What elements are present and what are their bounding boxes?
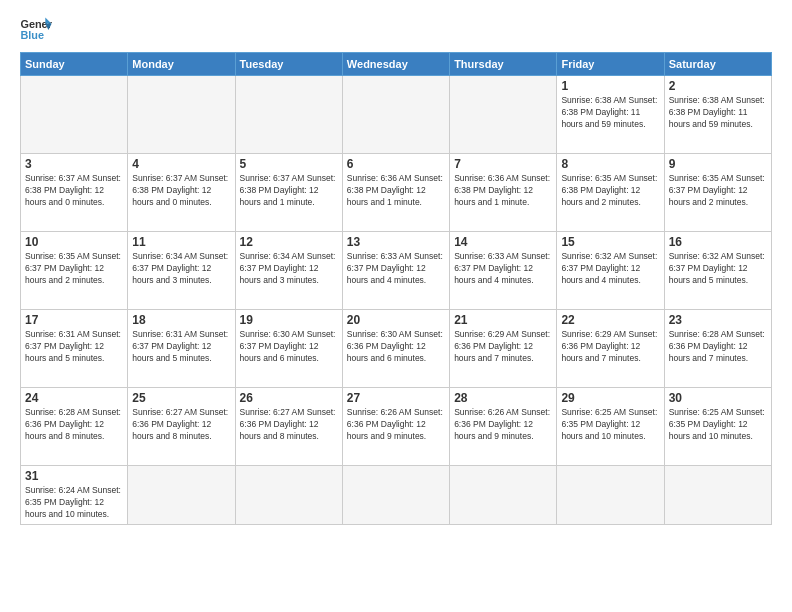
day-info: Sunrise: 6:38 AM Sunset: 6:38 PM Dayligh… — [561, 95, 659, 131]
day-number: 21 — [454, 313, 552, 327]
calendar-cell: 26Sunrise: 6:27 AM Sunset: 6:36 PM Dayli… — [235, 388, 342, 466]
day-info: Sunrise: 6:26 AM Sunset: 6:36 PM Dayligh… — [347, 407, 445, 443]
week-row-5: 31Sunrise: 6:24 AM Sunset: 6:35 PM Dayli… — [21, 466, 772, 525]
calendar-cell: 13Sunrise: 6:33 AM Sunset: 6:37 PM Dayli… — [342, 232, 449, 310]
calendar-cell — [450, 466, 557, 525]
calendar-cell: 21Sunrise: 6:29 AM Sunset: 6:36 PM Dayli… — [450, 310, 557, 388]
calendar-cell: 1Sunrise: 6:38 AM Sunset: 6:38 PM Daylig… — [557, 76, 664, 154]
day-number: 30 — [669, 391, 767, 405]
day-number: 9 — [669, 157, 767, 171]
day-number: 16 — [669, 235, 767, 249]
day-info: Sunrise: 6:37 AM Sunset: 6:38 PM Dayligh… — [132, 173, 230, 209]
calendar-cell — [342, 466, 449, 525]
day-info: Sunrise: 6:35 AM Sunset: 6:37 PM Dayligh… — [669, 173, 767, 209]
weekday-header-wednesday: Wednesday — [342, 53, 449, 76]
calendar-cell: 8Sunrise: 6:35 AM Sunset: 6:38 PM Daylig… — [557, 154, 664, 232]
day-info: Sunrise: 6:33 AM Sunset: 6:37 PM Dayligh… — [454, 251, 552, 287]
day-info: Sunrise: 6:29 AM Sunset: 6:36 PM Dayligh… — [561, 329, 659, 365]
day-number: 6 — [347, 157, 445, 171]
day-info: Sunrise: 6:25 AM Sunset: 6:35 PM Dayligh… — [561, 407, 659, 443]
day-number: 5 — [240, 157, 338, 171]
logo-icon: General Blue — [20, 16, 52, 44]
day-number: 17 — [25, 313, 123, 327]
day-info: Sunrise: 6:37 AM Sunset: 6:38 PM Dayligh… — [25, 173, 123, 209]
calendar-cell: 9Sunrise: 6:35 AM Sunset: 6:37 PM Daylig… — [664, 154, 771, 232]
calendar-cell — [235, 76, 342, 154]
calendar-cell — [342, 76, 449, 154]
day-number: 12 — [240, 235, 338, 249]
calendar-cell: 17Sunrise: 6:31 AM Sunset: 6:37 PM Dayli… — [21, 310, 128, 388]
week-row-3: 17Sunrise: 6:31 AM Sunset: 6:37 PM Dayli… — [21, 310, 772, 388]
calendar-cell: 19Sunrise: 6:30 AM Sunset: 6:37 PM Dayli… — [235, 310, 342, 388]
weekday-header-tuesday: Tuesday — [235, 53, 342, 76]
day-info: Sunrise: 6:38 AM Sunset: 6:38 PM Dayligh… — [669, 95, 767, 131]
day-number: 27 — [347, 391, 445, 405]
day-number: 20 — [347, 313, 445, 327]
day-number: 13 — [347, 235, 445, 249]
calendar-cell: 7Sunrise: 6:36 AM Sunset: 6:38 PM Daylig… — [450, 154, 557, 232]
day-number: 25 — [132, 391, 230, 405]
day-number: 24 — [25, 391, 123, 405]
day-number: 4 — [132, 157, 230, 171]
calendar-cell: 5Sunrise: 6:37 AM Sunset: 6:38 PM Daylig… — [235, 154, 342, 232]
calendar-cell: 27Sunrise: 6:26 AM Sunset: 6:36 PM Dayli… — [342, 388, 449, 466]
calendar-cell: 28Sunrise: 6:26 AM Sunset: 6:36 PM Dayli… — [450, 388, 557, 466]
calendar-cell: 18Sunrise: 6:31 AM Sunset: 6:37 PM Dayli… — [128, 310, 235, 388]
day-number: 28 — [454, 391, 552, 405]
day-info: Sunrise: 6:28 AM Sunset: 6:36 PM Dayligh… — [25, 407, 123, 443]
calendar-cell: 10Sunrise: 6:35 AM Sunset: 6:37 PM Dayli… — [21, 232, 128, 310]
day-info: Sunrise: 6:34 AM Sunset: 6:37 PM Dayligh… — [132, 251, 230, 287]
calendar-cell: 23Sunrise: 6:28 AM Sunset: 6:36 PM Dayli… — [664, 310, 771, 388]
header: General Blue — [20, 16, 772, 44]
day-info: Sunrise: 6:25 AM Sunset: 6:35 PM Dayligh… — [669, 407, 767, 443]
day-number: 2 — [669, 79, 767, 93]
day-info: Sunrise: 6:28 AM Sunset: 6:36 PM Dayligh… — [669, 329, 767, 365]
day-number: 23 — [669, 313, 767, 327]
svg-text:Blue: Blue — [20, 29, 44, 41]
day-info: Sunrise: 6:31 AM Sunset: 6:37 PM Dayligh… — [25, 329, 123, 365]
day-number: 15 — [561, 235, 659, 249]
day-info: Sunrise: 6:35 AM Sunset: 6:37 PM Dayligh… — [25, 251, 123, 287]
calendar-cell — [21, 76, 128, 154]
day-number: 1 — [561, 79, 659, 93]
calendar-cell — [128, 466, 235, 525]
day-info: Sunrise: 6:27 AM Sunset: 6:36 PM Dayligh… — [240, 407, 338, 443]
calendar-cell: 29Sunrise: 6:25 AM Sunset: 6:35 PM Dayli… — [557, 388, 664, 466]
calendar-cell: 14Sunrise: 6:33 AM Sunset: 6:37 PM Dayli… — [450, 232, 557, 310]
calendar-page: General Blue SundayMondayTuesdayWednesda… — [0, 0, 792, 612]
day-info: Sunrise: 6:33 AM Sunset: 6:37 PM Dayligh… — [347, 251, 445, 287]
weekday-header-monday: Monday — [128, 53, 235, 76]
weekday-header-saturday: Saturday — [664, 53, 771, 76]
day-info: Sunrise: 6:30 AM Sunset: 6:36 PM Dayligh… — [347, 329, 445, 365]
day-info: Sunrise: 6:32 AM Sunset: 6:37 PM Dayligh… — [669, 251, 767, 287]
day-info: Sunrise: 6:27 AM Sunset: 6:36 PM Dayligh… — [132, 407, 230, 443]
day-number: 22 — [561, 313, 659, 327]
weekday-header-friday: Friday — [557, 53, 664, 76]
calendar-cell: 25Sunrise: 6:27 AM Sunset: 6:36 PM Dayli… — [128, 388, 235, 466]
day-number: 31 — [25, 469, 123, 483]
calendar-cell: 24Sunrise: 6:28 AM Sunset: 6:36 PM Dayli… — [21, 388, 128, 466]
calendar-cell: 22Sunrise: 6:29 AM Sunset: 6:36 PM Dayli… — [557, 310, 664, 388]
calendar-table: SundayMondayTuesdayWednesdayThursdayFrid… — [20, 52, 772, 525]
day-number: 7 — [454, 157, 552, 171]
weekday-header-sunday: Sunday — [21, 53, 128, 76]
day-info: Sunrise: 6:37 AM Sunset: 6:38 PM Dayligh… — [240, 173, 338, 209]
calendar-cell — [557, 466, 664, 525]
day-number: 11 — [132, 235, 230, 249]
day-number: 19 — [240, 313, 338, 327]
calendar-cell: 15Sunrise: 6:32 AM Sunset: 6:37 PM Dayli… — [557, 232, 664, 310]
day-info: Sunrise: 6:32 AM Sunset: 6:37 PM Dayligh… — [561, 251, 659, 287]
calendar-cell: 20Sunrise: 6:30 AM Sunset: 6:36 PM Dayli… — [342, 310, 449, 388]
calendar-cell — [128, 76, 235, 154]
day-number: 29 — [561, 391, 659, 405]
day-number: 26 — [240, 391, 338, 405]
calendar-cell — [450, 76, 557, 154]
day-number: 8 — [561, 157, 659, 171]
week-row-2: 10Sunrise: 6:35 AM Sunset: 6:37 PM Dayli… — [21, 232, 772, 310]
calendar-cell: 12Sunrise: 6:34 AM Sunset: 6:37 PM Dayli… — [235, 232, 342, 310]
logo: General Blue — [20, 16, 52, 44]
day-number: 3 — [25, 157, 123, 171]
week-row-0: 1Sunrise: 6:38 AM Sunset: 6:38 PM Daylig… — [21, 76, 772, 154]
calendar-cell: 3Sunrise: 6:37 AM Sunset: 6:38 PM Daylig… — [21, 154, 128, 232]
day-number: 10 — [25, 235, 123, 249]
